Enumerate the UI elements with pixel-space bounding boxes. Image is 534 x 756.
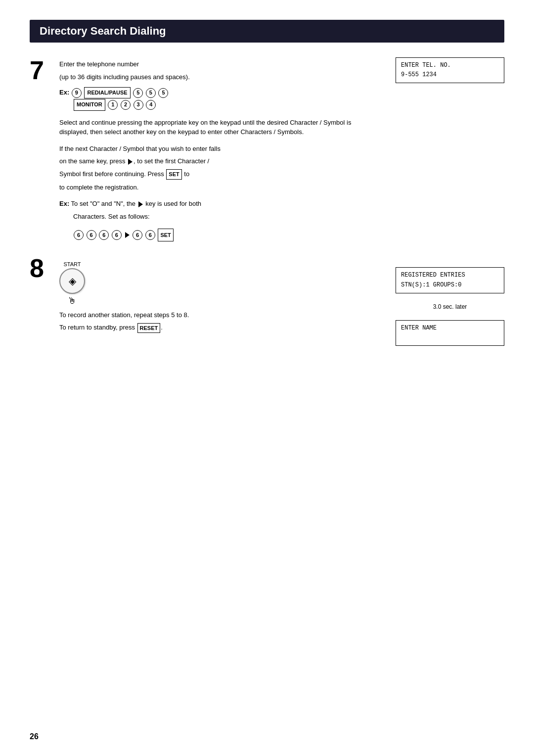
page-number: 26 — [30, 732, 39, 741]
seq-6d: 6 — [112, 230, 122, 240]
seq-set: SET — [158, 229, 173, 241]
key-set-inline: SET — [166, 169, 181, 180]
lcd-line2: 9-555 1234 — [401, 71, 437, 78]
ex2-label: Ex: — [59, 200, 69, 207]
seq-6c: 6 — [99, 230, 109, 240]
step7-instruction2: (up to 36 digits including pauses and sp… — [59, 72, 376, 82]
step7-lcd-wrapper: ENTER TEL. NO. 9-555 1234 — [396, 57, 504, 83]
key-3: 3 — [134, 100, 143, 110]
start-button[interactable]: ◈ — [59, 268, 85, 294]
lcd-line1: ENTER TEL. NO. — [401, 62, 451, 69]
step8-lcd1: REGISTERED ENTRIES STN(S):1 GROUPS:0 — [396, 267, 504, 293]
step7-lcd: ENTER TEL. NO. 9-555 1234 — [396, 57, 504, 83]
right-column: ENTER TEL. NO. 9-555 1234 REGISTERED ENT… — [396, 57, 504, 346]
hand-pointer-icon: 🖰 — [68, 296, 77, 306]
start-button-area: START ◈ 🖰 — [59, 261, 85, 306]
step8-lcd1-wrapper: REGISTERED ENTRIES STN(S):1 GROUPS:0 — [396, 267, 504, 293]
lcd1-line2: STN(S):1 GROUPS:0 — [401, 282, 461, 288]
step7-description: Select and continue pressing the appropr… — [59, 118, 376, 137]
step7-desc2: If the next Character / Symbol that you … — [59, 144, 376, 154]
key-redial-pause: REDIAL/PAUSE — [84, 87, 130, 99]
sec-later-label: 3.0 sec. later — [396, 303, 504, 310]
step-7-number: 7 — [30, 57, 59, 245]
step7-example1: Ex: 9 REDIAL/PAUSE 5 5 5 MONITOR 1 2 3 4 — [59, 87, 376, 111]
step7-ex2: Ex: To set "O" and "N", the key is used … — [59, 199, 376, 221]
key-4: 4 — [146, 100, 156, 110]
start-label: START — [63, 261, 81, 267]
step7-desc3: on the same key, press , to set the firs… — [59, 156, 376, 166]
content-area: 7 Enter the telephone number (up to 36 d… — [30, 57, 504, 346]
step8-instruction1: To record another station, repeat steps … — [59, 310, 376, 320]
triangle-icon — [128, 159, 133, 165]
left-column: 7 Enter the telephone number (up to 36 d… — [30, 57, 396, 346]
key-5a: 5 — [133, 88, 143, 98]
spacer — [396, 91, 504, 259]
step8-instruction2: To return to standby, press RESET. — [59, 323, 376, 333]
step-8-number: 8 — [30, 255, 59, 336]
triangle-icon3 — [125, 232, 130, 238]
step7-desc5: to complete the registration. — [59, 183, 376, 192]
step7-ex2-text2: Characters. Set as follows: — [73, 212, 376, 222]
key-9: 9 — [72, 88, 82, 98]
step-7-row: 7 Enter the telephone number (up to 36 d… — [30, 57, 376, 245]
key-monitor: MONITOR — [74, 99, 105, 111]
key-1: 1 — [108, 100, 118, 110]
triangle-icon2 — [138, 201, 143, 207]
step8-lcd2-wrapper: ENTER NAME — [396, 320, 504, 346]
seq-6f: 6 — [145, 230, 155, 240]
step7-instruction1: Enter the telephone number — [59, 59, 376, 69]
step7-ex2-text: Ex: To set "O" and "N", the key is used … — [59, 199, 376, 209]
key-5b: 5 — [146, 88, 156, 98]
lcd1-line1: REGISTERED ENTRIES — [401, 272, 465, 279]
key-2: 2 — [121, 100, 131, 110]
ex-label: Ex: — [59, 89, 69, 96]
step-8-row: 8 START ◈ 🖰 To record another station, r… — [30, 255, 376, 336]
step-8-content: START ◈ 🖰 To record another station, rep… — [59, 255, 376, 336]
seq-6b: 6 — [87, 230, 96, 240]
step8-lcd2: ENTER NAME — [396, 320, 504, 346]
seq-6a: 6 — [74, 230, 84, 240]
page-container: Directory Search Dialing 7 Enter the tel… — [0, 0, 534, 756]
seq-6e: 6 — [133, 230, 142, 240]
lcd2-line1: ENTER NAME — [401, 325, 437, 331]
key-reset: RESET — [137, 323, 161, 333]
step7-desc1: Select and continue pressing the appropr… — [59, 118, 376, 137]
step7-desc4: Symbol first before continuing. Press SE… — [59, 169, 376, 180]
key-5c: 5 — [158, 88, 168, 98]
section-title: Directory Search Dialing — [40, 25, 166, 37]
start-diamond-icon: ◈ — [69, 275, 76, 287]
seq-line: 6 6 6 6 6 6 SET — [59, 228, 376, 241]
step-7-content: Enter the telephone number (up to 36 dig… — [59, 57, 376, 245]
section-header: Directory Search Dialing — [30, 20, 504, 43]
